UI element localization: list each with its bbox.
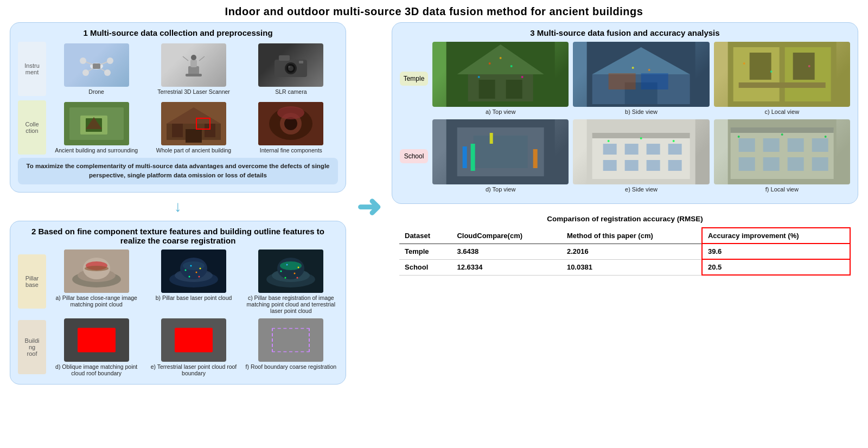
cell-dataset-school: School xyxy=(399,259,451,275)
school-row-label: School xyxy=(400,149,428,163)
col-cloudcompare: CloudCompare(cm) xyxy=(451,228,561,244)
svg-rect-97 xyxy=(474,136,528,168)
temple-side-item: b) Side view xyxy=(573,42,709,115)
instruments-items: Drone xyxy=(49,43,338,95)
right-panel: 3 Multi-source data fusion and accuracy … xyxy=(392,22,858,445)
svg-point-115 xyxy=(673,140,675,142)
svg-point-64 xyxy=(294,272,296,274)
drone-image xyxy=(64,43,129,87)
roof-d-image xyxy=(64,318,129,362)
temple-local-label: c) Local view xyxy=(765,108,800,115)
svg-rect-31 xyxy=(186,129,202,143)
svg-point-7 xyxy=(82,69,89,76)
scanner-image xyxy=(161,43,226,87)
temple-local-image xyxy=(714,42,850,107)
detail-item: Internal fine components xyxy=(244,102,338,153)
svg-rect-89 xyxy=(749,53,771,80)
pillar-row: Pillarbase xyxy=(18,249,338,314)
svg-point-51 xyxy=(184,269,186,271)
svg-point-75 xyxy=(510,65,513,67)
pillar-label: Pillarbase xyxy=(18,254,46,309)
main-wrapper: Indoor and outdoor multi-source 3D data … xyxy=(0,0,868,448)
aerial-item: Ancient building and surrounding xyxy=(49,102,143,153)
svg-point-129 xyxy=(824,136,826,138)
aerial-image xyxy=(64,102,129,145)
svg-rect-109 xyxy=(603,160,617,171)
table-row: School 12.6334 10.0381 20.5 xyxy=(399,259,850,275)
left-panel: 1 Multi-source data collection and prepr… xyxy=(10,22,346,445)
camera-item: SLR camera xyxy=(244,43,338,95)
camera-image xyxy=(258,43,323,87)
scanner-item: Terrestrial 3D Laser Scanner xyxy=(146,43,240,95)
col-method: Method of this paper (cm) xyxy=(561,228,702,244)
temple-local-item: c) Local view xyxy=(714,42,850,115)
svg-rect-101 xyxy=(490,133,493,144)
table-header-row: Dataset CloudCompare(cm) Method of this … xyxy=(399,228,850,244)
detail-image xyxy=(258,102,323,145)
section2-title: 2 Based on fine component texture featur… xyxy=(18,227,338,245)
right-arrow-container: ➜ xyxy=(353,0,385,445)
svg-rect-111 xyxy=(647,160,660,171)
page-title: Indoor and outdoor multi-source 3D data … xyxy=(0,0,868,22)
roof-d-item: d) Oblique image matching point cloud ro… xyxy=(49,318,143,376)
svg-point-39 xyxy=(277,106,304,119)
svg-point-5 xyxy=(80,57,86,64)
school-local-image xyxy=(714,119,850,184)
svg-point-63 xyxy=(286,264,288,265)
cell-acc-school: 20.5 xyxy=(702,259,850,275)
svg-point-61 xyxy=(280,261,302,270)
scanner-label: Terrestrial 3D Laser Scanner xyxy=(157,88,230,95)
svg-rect-121 xyxy=(787,138,803,152)
cell-method-school: 10.0381 xyxy=(561,259,702,275)
svg-point-127 xyxy=(737,136,739,138)
right-arrow-icon: ➜ xyxy=(356,192,381,222)
accuracy-table-section: Comparison of registration accuracy (RMS… xyxy=(392,209,858,281)
aerial-label: Ancient building and surrounding xyxy=(55,147,138,153)
svg-rect-98 xyxy=(463,146,467,168)
cell-cc-temple: 3.6438 xyxy=(451,244,561,259)
school-top-label: d) Top view xyxy=(486,186,515,193)
temple-collection-image xyxy=(161,102,226,145)
school-side-label: e) Side view xyxy=(625,186,658,193)
school-local-item: f) Local view xyxy=(714,119,850,193)
svg-point-77 xyxy=(521,76,524,78)
svg-rect-122 xyxy=(812,138,828,152)
roof-f-item: f) Roof boundary coarse registration xyxy=(244,318,338,376)
svg-rect-108 xyxy=(668,144,682,155)
svg-rect-90 xyxy=(793,53,814,80)
svg-rect-82 xyxy=(609,73,636,89)
temple-side-label: b) Side view xyxy=(625,108,658,115)
school-row: School xyxy=(400,119,850,193)
temple-side-image xyxy=(573,42,709,107)
svg-rect-112 xyxy=(668,160,682,171)
svg-point-113 xyxy=(608,140,610,142)
svg-point-21 xyxy=(288,66,290,68)
drone-label: Drone xyxy=(88,88,104,95)
svg-point-8 xyxy=(104,69,111,76)
svg-rect-117 xyxy=(730,130,833,179)
svg-point-56 xyxy=(198,276,200,277)
red-rect-d xyxy=(78,328,116,352)
svg-rect-99 xyxy=(471,144,475,171)
table-title: Comparison of registration accuracy (RMS… xyxy=(399,215,851,223)
svg-rect-91 xyxy=(738,82,825,88)
svg-point-85 xyxy=(648,69,650,71)
svg-rect-119 xyxy=(738,138,755,152)
svg-point-94 xyxy=(808,65,810,67)
pillar-b-image xyxy=(161,249,226,293)
accuracy-table: Dataset CloudCompare(cm) Method of this … xyxy=(399,227,851,276)
svg-rect-71 xyxy=(479,80,495,99)
red-rect-e xyxy=(175,328,213,352)
roof-e-label: e) Terrestrial laser point cloud roof bo… xyxy=(146,363,240,376)
camera-label: SLR camera xyxy=(275,88,307,95)
svg-point-92 xyxy=(743,62,745,65)
svg-rect-120 xyxy=(763,138,779,152)
svg-rect-22 xyxy=(299,61,303,63)
svg-point-93 xyxy=(770,71,772,73)
svg-rect-83 xyxy=(641,73,668,89)
svg-rect-70 xyxy=(468,74,533,101)
instruments-label: Instrument xyxy=(18,42,46,96)
pillar-c-label: c) Pillar base registration of image mat… xyxy=(244,295,338,314)
instruments-row: Instrument xyxy=(18,42,338,96)
pillar-c-item: c) Pillar base registration of image mat… xyxy=(244,249,338,314)
